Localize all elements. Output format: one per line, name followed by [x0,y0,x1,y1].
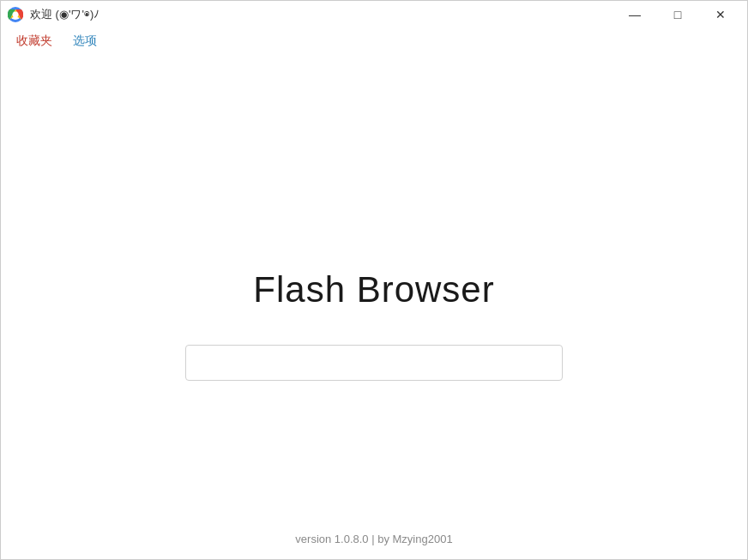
window-title: 欢迎 (◉'ワ'◉)ﾉ [30,7,100,22]
favorites-menu[interactable]: 收藏夹 [8,30,61,52]
menu-bar: 收藏夹 选项 [1,28,747,54]
main-content: Flash Browser [1,88,747,560]
options-menu[interactable]: 选项 [64,30,106,52]
version-text: version 1.0.8.0 | by Mzying2001 [295,533,452,545]
chrome-icon [8,7,23,22]
window-controls: — □ ✕ [615,1,740,28]
title-bar: 欢迎 (◉'ワ'◉)ﾉ — □ ✕ [1,1,747,28]
footer: version 1.0.8.0 | by Mzying2001 [1,533,747,545]
svg-point-2 [13,12,19,18]
minimize-button[interactable]: — [615,1,654,28]
maximize-button[interactable]: □ [658,1,697,28]
app-title: Flash Browser [253,269,494,310]
close-button[interactable]: ✕ [701,1,740,28]
title-left: 欢迎 (◉'ワ'◉)ﾉ [8,7,100,22]
search-input[interactable] [185,345,563,381]
